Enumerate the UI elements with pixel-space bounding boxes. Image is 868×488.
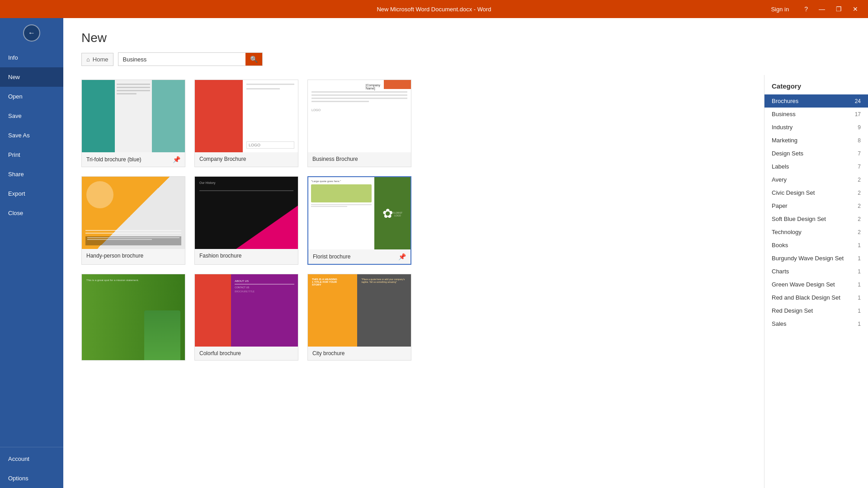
sidebar-item-close[interactable]: Close (0, 203, 63, 223)
category-label-red-black: Red and Black Design Set (772, 294, 852, 301)
home-button[interactable]: ⌂ Home (81, 53, 113, 66)
template-label-fashion: Fashion brochure (195, 249, 298, 263)
category-label-books: Books (772, 242, 852, 249)
category-count-labels: 7 (852, 164, 861, 170)
category-count-paper: 2 (852, 203, 861, 209)
category-item-soft-blue[interactable]: Soft Blue Design Set 2 (764, 212, 868, 225)
template-thumb-colorful: ABOUT US CONTACT US BROCHURE TITLE (195, 274, 298, 347)
category-count-green-wave: 1 (852, 282, 861, 288)
category-item-technology[interactable]: Technology 2 (764, 225, 868, 239)
sidebar-label-close: Close (8, 210, 23, 216)
category-item-red-design[interactable]: Red Design Set 1 (764, 304, 868, 317)
template-card-handy[interactable]: Handy-person brochure (81, 176, 185, 265)
category-item-avery[interactable]: Avery 2 (764, 173, 868, 186)
category-item-charts[interactable]: Charts 1 (764, 265, 868, 278)
template-card-business[interactable]: [CompanyName] LOGO Business Brochure (307, 80, 411, 167)
sidebar-label-new: New (8, 74, 20, 80)
template-card-company[interactable]: LOGO Company Brochure (194, 80, 298, 167)
sidebar-item-export[interactable]: Export (0, 184, 63, 203)
category-count-design-sets: 7 (852, 150, 861, 157)
templates-area: Tri-fold brochure (blue) 📌 (63, 75, 868, 488)
template-thumb-trifold (82, 80, 185, 152)
minimize-button[interactable]: — (814, 4, 830, 14)
category-item-civic-design-set[interactable]: Civic Design Set 2 (764, 186, 868, 199)
sign-in-link[interactable]: Sign in (771, 6, 789, 13)
sidebar-label-share: Share (8, 171, 24, 178)
category-item-burgundy[interactable]: Burgundy Wave Design Set 1 (764, 252, 868, 265)
template-thumb-business: [CompanyName] LOGO (308, 80, 411, 152)
template-card-colorful[interactable]: ABOUT US CONTACT US BROCHURE TITLE Color… (194, 274, 298, 361)
category-label-design-sets: Design Sets (772, 150, 852, 157)
search-box: 🔍 (118, 52, 263, 66)
category-item-industry[interactable]: Industry 9 (764, 121, 868, 134)
template-thumb-florist: "Large quote goes here." ✿ FLORISTLOGO (308, 177, 410, 249)
search-input[interactable] (118, 53, 245, 66)
template-card-fashion[interactable]: Our History Fashion brochure (194, 176, 298, 265)
category-count-industry: 9 (852, 124, 861, 131)
back-button[interactable]: ← (0, 18, 63, 48)
template-label-trifold: Tri-fold brochure (blue) 📌 (82, 152, 185, 167)
home-label: Home (93, 56, 108, 63)
category-count-business: 17 (852, 111, 861, 117)
category-item-sales[interactable]: Sales 1 (764, 317, 868, 330)
template-card-green[interactable]: This is a great spot for a mission state… (81, 274, 185, 361)
category-item-business[interactable]: Business 17 (764, 108, 868, 121)
sidebar-label-print: Print (8, 151, 20, 158)
category-label-labels: Labels (772, 163, 852, 170)
template-card-city[interactable]: THIS IS A HEADING1 TITLE FOR YOURSTORY "… (307, 274, 411, 361)
sidebar-item-share[interactable]: Share (0, 164, 63, 184)
category-label-green-wave: Green Wave Design Set (772, 281, 852, 288)
sidebar-label-info: Info (8, 54, 18, 61)
template-thumb-fashion: Our History (195, 177, 298, 249)
category-item-red-black[interactable]: Red and Black Design Set 1 (764, 291, 868, 304)
back-circle-icon: ← (23, 24, 40, 42)
sidebar-label-save: Save (8, 113, 22, 119)
close-button[interactable]: ✕ (848, 4, 863, 14)
category-label-business: Business (772, 111, 852, 117)
sidebar-item-account[interactable]: Account (0, 449, 63, 469)
template-thumb-company: LOGO (195, 80, 298, 152)
category-item-design-sets[interactable]: Design Sets 7 (764, 147, 868, 160)
templates-grid-wrapper: Tri-fold brochure (blue) 📌 (63, 75, 764, 488)
app-body: ← Info New Open Save Save As Print Share… (0, 18, 868, 488)
category-count-brochures: 24 (852, 98, 861, 104)
template-label-business: Business Brochure (308, 152, 411, 166)
sidebar-item-info[interactable]: Info (0, 48, 63, 67)
category-label-charts: Charts (772, 268, 852, 275)
help-button[interactable]: ? (800, 4, 812, 14)
category-item-marketing[interactable]: Marketing 8 (764, 134, 868, 147)
category-item-brochures[interactable]: Brochures 24 (764, 94, 868, 108)
window-title: New Microsoft Word Document.docx - Word (377, 6, 491, 13)
sidebar-item-save[interactable]: Save (0, 106, 63, 126)
template-label-handy: Handy-person brochure (82, 249, 185, 263)
category-label-paper: Paper (772, 202, 852, 209)
category-count-avery: 2 (852, 177, 861, 183)
category-item-books[interactable]: Books 1 (764, 239, 868, 252)
category-count-civic-design-set: 2 (852, 190, 861, 196)
category-label-civic-design-set: Civic Design Set (772, 189, 852, 196)
search-button[interactable]: 🔍 (245, 53, 262, 66)
search-row: ⌂ Home 🔍 (63, 52, 868, 75)
category-count-technology: 2 (852, 229, 861, 235)
category-label-sales: Sales (772, 320, 852, 327)
sidebar-label-export: Export (8, 190, 25, 197)
sidebar-item-new[interactable]: New (0, 67, 63, 87)
category-count-marketing: 8 (852, 137, 861, 144)
sidebar-item-saveas[interactable]: Save As (0, 126, 63, 145)
sidebar-item-open[interactable]: Open (0, 87, 63, 106)
category-count-books: 1 (852, 242, 861, 249)
templates-grid: Tri-fold brochure (blue) 📌 (81, 80, 746, 361)
category-item-labels[interactable]: Labels 7 (764, 160, 868, 173)
category-count-burgundy: 1 (852, 255, 861, 262)
restore-button[interactable]: ❐ (831, 4, 846, 14)
sidebar-item-print[interactable]: Print (0, 145, 63, 164)
template-card-trifold[interactable]: Tri-fold brochure (blue) 📌 (81, 80, 185, 167)
sidebar-item-options[interactable]: Options (0, 469, 63, 488)
category-label-technology: Technology (772, 229, 852, 235)
template-card-florist[interactable]: "Large quote goes here." ✿ FLORISTLOGO (307, 176, 411, 265)
category-item-green-wave[interactable]: Green Wave Design Set 1 (764, 278, 868, 291)
category-item-paper[interactable]: Paper 2 (764, 199, 868, 212)
category-header: Category (764, 75, 868, 94)
category-label-soft-blue: Soft Blue Design Set (772, 216, 852, 222)
template-thumb-green: This is a great spot for a mission state… (82, 274, 185, 347)
